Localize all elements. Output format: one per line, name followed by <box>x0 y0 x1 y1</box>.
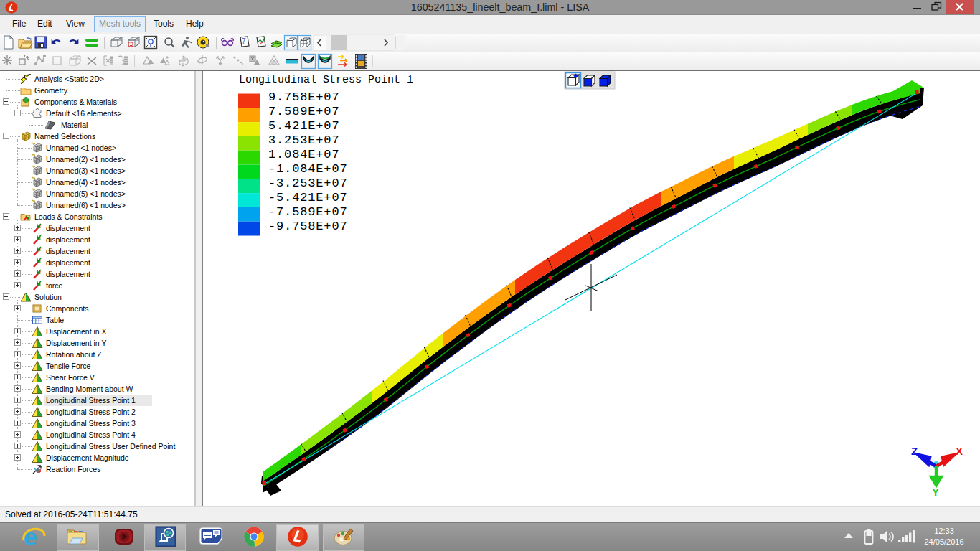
svg-text:3.253E+07: 3.253E+07 <box>268 133 339 147</box>
svg-text:Z: Z <box>911 445 918 457</box>
svg-text:Y: Y <box>932 486 939 498</box>
svg-text:7.589E+07: 7.589E+07 <box>268 105 339 118</box>
svg-text:-5.421E+07: -5.421E+07 <box>268 191 348 204</box>
svg-text:-7.589E+07: -7.589E+07 <box>268 205 348 219</box>
svg-text:9.758E+07: 9.758E+07 <box>268 90 339 104</box>
svg-text:Longitudinal Stress Point 1: Longitudinal Stress Point 1 <box>239 74 413 86</box>
svg-text:7: 7 <box>242 37 246 45</box>
svg-text:-1.084E+07: -1.084E+07 <box>268 162 348 176</box>
svg-text:5.421E+07: 5.421E+07 <box>268 119 339 133</box>
svg-text:1.084E+07: 1.084E+07 <box>268 148 339 161</box>
svg-text:-9.758E+07: -9.758E+07 <box>268 220 348 233</box>
svg-text:X: X <box>956 445 963 457</box>
svg-text:-3.253E+07: -3.253E+07 <box>268 176 348 190</box>
